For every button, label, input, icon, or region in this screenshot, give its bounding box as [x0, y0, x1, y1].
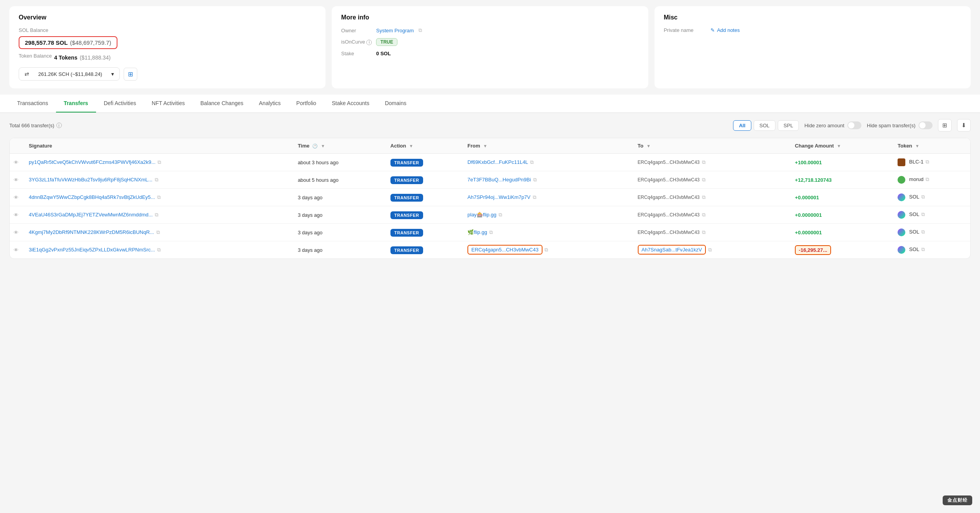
to-link[interactable]: ERCq4gapn5...CH3vbMwC43: [638, 212, 700, 218]
hide-spam-toggle[interactable]: [919, 121, 933, 129]
copy-owner-button[interactable]: ⧉: [418, 27, 423, 33]
isoncurve-info-icon[interactable]: i: [366, 40, 372, 45]
action-filter-icon[interactable]: ▼: [409, 144, 413, 148]
copy-to-button[interactable]: ⧉: [701, 194, 706, 200]
th-from: From ▼: [464, 138, 634, 154]
action-cell: TRANSFER: [387, 171, 464, 189]
th-token: Token ▼: [894, 138, 970, 154]
to-filter-icon[interactable]: ▼: [646, 144, 651, 148]
signature-link[interactable]: py1QaRr5tCveQ5kChVWvut6FCzms43PWVfj46Xa2…: [29, 159, 156, 165]
sol-balance-label: SOL Balance: [19, 27, 316, 33]
copy-from-button[interactable]: ⧉: [488, 229, 494, 235]
to-link[interactable]: Ah7SnagSab...tFvJea1kzV: [638, 245, 706, 255]
signature-link[interactable]: 4Kgmj7My2DbRf9NTMNK228KWrPzDM5R6icBUNqR.…: [29, 229, 154, 235]
copy-token-button[interactable]: ⧉: [920, 246, 926, 253]
copy-from-button[interactable]: ⧉: [532, 177, 537, 183]
signature-link[interactable]: 4dnnBZqwY5WwCZbpCgk8BHq4a5Rk7svBtjZkUdEy…: [29, 194, 155, 200]
copy-token-button[interactable]: ⧉: [920, 211, 926, 218]
copy-signature-button[interactable]: ⧉: [157, 159, 162, 165]
filter-all-button[interactable]: All: [733, 120, 751, 131]
copy-signature-button[interactable]: ⧉: [154, 177, 159, 183]
total-transfers-text: Total 666 transfer(s) i: [9, 123, 62, 128]
total-info-icon[interactable]: i: [56, 123, 62, 128]
tab-analytics[interactable]: Analytics: [251, 95, 289, 112]
tab-defi-activities[interactable]: Defi Activities: [96, 95, 144, 112]
token-name[interactable]: SOL: [909, 194, 919, 200]
token-name[interactable]: SOL: [909, 229, 919, 235]
signature-link[interactable]: 3iE1qGg2vPxnPz55JnEiqv5ZPxLLDxGkvwLRPNmS…: [29, 247, 155, 253]
copy-token-button[interactable]: ⧉: [925, 159, 930, 165]
change-amount-value: +12,718.120743: [795, 177, 831, 183]
eye-cell: 👁: [10, 154, 25, 171]
copy-from-button[interactable]: ⧉: [544, 247, 549, 253]
amount-filter-icon[interactable]: ▼: [837, 144, 841, 148]
token-filter-icon[interactable]: ▼: [915, 144, 919, 148]
tab-transfers[interactable]: Transfers: [56, 95, 96, 112]
to-link[interactable]: ERCq4gapn5...CH3vbMwC43: [638, 160, 700, 165]
from-link[interactable]: Df69KxbGcf...FuKPc11L4L: [467, 159, 528, 165]
tab-domains[interactable]: Domains: [377, 95, 414, 112]
eye-icon[interactable]: 👁: [14, 230, 19, 235]
amount-cell: +0.0000001: [791, 224, 894, 241]
hide-spam-toggle-row: Hide spam transfer(s): [867, 121, 933, 129]
transfer-badge: TRANSFER: [390, 194, 423, 202]
edit-icon: ✎: [710, 27, 715, 33]
transfer-badge: TRANSFER: [390, 176, 423, 184]
copy-signature-button[interactable]: ⧉: [156, 247, 161, 253]
from-link[interactable]: 🌿flip.gg: [467, 229, 487, 235]
signature-link[interactable]: 4VEaU46S3rGaDMpJEj7YETZVewMwnMZ6nmddmd..…: [29, 212, 153, 218]
eye-icon[interactable]: 👁: [14, 247, 19, 253]
eye-icon[interactable]: 👁: [14, 212, 19, 218]
hide-zero-toggle[interactable]: [847, 121, 861, 129]
token-name[interactable]: SOL: [909, 246, 919, 252]
time-filter-icon[interactable]: ▼: [321, 144, 325, 148]
from-link[interactable]: play🎰flip.gg: [467, 212, 497, 218]
copy-from-button[interactable]: ⧉: [529, 159, 534, 165]
owner-value[interactable]: System Program: [376, 28, 414, 33]
tab-nft-activities[interactable]: NFT Activities: [144, 95, 192, 112]
copy-token-button[interactable]: ⧉: [925, 176, 930, 183]
eye-icon[interactable]: 👁: [14, 195, 19, 200]
tab-stake-accounts[interactable]: Stake Accounts: [324, 95, 377, 112]
tab-balance-changes[interactable]: Balance Changes: [192, 95, 251, 112]
sol-balance-value: 298,557.78 SOL: [25, 39, 68, 46]
download-button[interactable]: ⬇: [957, 119, 971, 132]
copy-from-button[interactable]: ⧉: [532, 194, 537, 200]
eye-icon[interactable]: 👁: [14, 160, 19, 165]
token-name[interactable]: morud: [909, 176, 924, 182]
token-name[interactable]: BLC-1: [909, 159, 924, 165]
copy-to-button[interactable]: ⧉: [701, 229, 706, 235]
th-change-amount: Change Amount ▼: [791, 138, 894, 154]
tab-transactions[interactable]: Transactions: [9, 95, 56, 112]
from-link[interactable]: 7eT3F7BBuQ...HegudPn9Bi: [467, 177, 531, 183]
token-dropdown[interactable]: ⇄ 261.26K SCH (~$11,848.24) ▾: [19, 67, 120, 81]
eye-icon[interactable]: 👁: [14, 177, 19, 183]
transfer-badge: TRANSFER: [390, 211, 423, 219]
copy-token-button[interactable]: ⧉: [920, 194, 926, 200]
signature-link[interactable]: 3YG3zL1faTfuVkWzHbBu2Tsv9ju6RpF8jSqHCNXm…: [29, 177, 152, 183]
to-link[interactable]: ERCq4gapn5...CH3vbMwC43: [638, 195, 700, 200]
copy-signature-button[interactable]: ⧉: [156, 194, 161, 200]
filter-spl-button[interactable]: SPL: [778, 120, 799, 131]
copy-signature-button[interactable]: ⧉: [156, 229, 161, 235]
from-filter-icon[interactable]: ▼: [483, 144, 487, 148]
copy-to-button[interactable]: ⧉: [701, 212, 706, 218]
copy-from-button[interactable]: ⧉: [498, 212, 503, 218]
token-send-button[interactable]: ⊞: [124, 68, 137, 81]
filter-icon-button[interactable]: ⊞: [938, 119, 952, 132]
from-link[interactable]: Ah7SPr94oj...Ww1iKm7p7V: [467, 194, 530, 200]
copy-to-button[interactable]: ⧉: [701, 177, 706, 183]
add-notes-button[interactable]: ✎ Add notes: [710, 27, 740, 33]
copy-signature-button[interactable]: ⧉: [154, 212, 159, 218]
copy-to-button[interactable]: ⧉: [707, 247, 712, 253]
from-link[interactable]: ERCq4gapn5...CH3vbMwC43: [467, 245, 542, 255]
copy-to-button[interactable]: ⧉: [701, 159, 706, 165]
copy-token-button[interactable]: ⧉: [920, 229, 926, 235]
to-link[interactable]: ERCq4gapn5...CH3vbMwC43: [638, 230, 700, 235]
transfers-table: Signature Time 🕐 ▼ Action ▼ From ▼: [10, 138, 970, 258]
filter-sol-button[interactable]: SOL: [754, 120, 775, 131]
tab-portfolio[interactable]: Portfolio: [289, 95, 324, 112]
time-cell: 3 days ago: [294, 224, 387, 241]
token-name[interactable]: SOL: [909, 211, 919, 217]
to-link[interactable]: ERCq4gapn5...CH3vbMwC43: [638, 177, 700, 183]
